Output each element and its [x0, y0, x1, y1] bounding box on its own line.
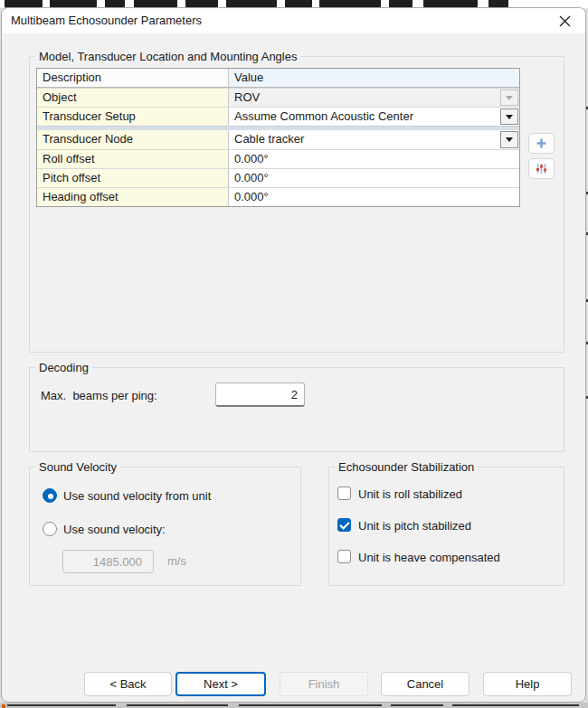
radio-use-sound-velocity[interactable] — [43, 522, 57, 536]
group-title: Echosounder Stabilization — [335, 460, 478, 474]
table-row-transducer-node[interactable]: Transducer Node Cable tracker — [37, 130, 519, 149]
sliders-icon — [535, 162, 548, 175]
checkbox-label[interactable]: Unit is heave compensated — [358, 551, 500, 564]
max-beams-label: Max. beams per ping: — [41, 389, 157, 402]
checkbox-roll-stabilized[interactable] — [337, 486, 351, 500]
group-title: Sound Velocity — [35, 460, 120, 474]
table-row-heading-offset[interactable]: Heading offset 0.000° — [37, 187, 519, 206]
param-value[interactable]: ROV — [229, 89, 519, 107]
param-value[interactable]: 0.000° — [229, 188, 519, 206]
dropdown-button-disabled — [500, 90, 518, 106]
add-node-button[interactable] — [528, 133, 555, 154]
checkbox-label[interactable]: Unit is roll stabilized — [358, 487, 462, 501]
parameter-table: Description Value Object ROV Transducer … — [36, 68, 520, 207]
chevron-down-icon — [506, 137, 513, 142]
back-button[interactable]: < Back — [84, 672, 172, 696]
chevron-down-icon — [506, 115, 513, 119]
dialog-title: Multibeam Echosounder Parameters — [11, 8, 202, 33]
checkbox-label[interactable]: Unit is pitch stabilized — [358, 519, 471, 533]
param-value-text: 0.000° — [234, 152, 269, 165]
param-value[interactable]: Cable tracker — [229, 130, 519, 149]
occluded-window-bottom — [0, 703, 588, 708]
table-header-row: Description Value — [37, 69, 519, 88]
dropdown-button[interactable] — [500, 109, 518, 125]
help-button[interactable]: Help — [483, 672, 572, 696]
param-value-text: 0.000° — [234, 171, 269, 184]
radio-sound-velocity-from-unit[interactable] — [43, 488, 57, 503]
param-name: Object — [37, 89, 229, 107]
multibeam-parameters-dialog: Multibeam Echosounder Parameters Model, … — [1, 7, 586, 703]
table-row-object[interactable]: Object ROV — [37, 88, 519, 107]
param-value[interactable]: 0.000° — [229, 169, 519, 187]
table-row-roll-offset[interactable]: Roll offset 0.000° — [37, 149, 519, 168]
title-bar: Multibeam Echosounder Parameters — [2, 8, 585, 33]
param-value-text: 0.000° — [234, 190, 269, 203]
sound-velocity-input — [62, 550, 154, 573]
table-row-pitch-offset[interactable]: Pitch offset 0.000° — [37, 168, 519, 187]
cancel-button[interactable]: Cancel — [381, 672, 469, 696]
param-name: Transducer Setup — [37, 108, 229, 126]
screen: Multibeam Echosounder Parameters Model, … — [0, 0, 588, 708]
param-value-text: Assume Common Acoustic Center — [234, 109, 413, 123]
group-title: Decoding — [35, 361, 92, 374]
param-value[interactable]: Assume Common Acoustic Center — [229, 108, 519, 126]
table-row-transducer-setup[interactable]: Transducer Setup Assume Common Acoustic … — [37, 107, 519, 126]
dropdown-button[interactable] — [500, 131, 518, 148]
max-beams-input[interactable] — [215, 382, 305, 407]
checkbox-pitch-stabilized[interactable] — [337, 518, 351, 532]
add-icon — [536, 137, 547, 149]
finish-button: Finish — [280, 672, 368, 696]
checkbox-heave-compensated[interactable] — [337, 550, 351, 563]
radio-label[interactable]: Use sound velocity: — [63, 523, 166, 536]
close-icon — [559, 15, 571, 27]
group-title: Model, Transducer Location and Mounting … — [35, 50, 300, 63]
column-header-value[interactable]: Value — [229, 69, 519, 87]
param-name: Roll offset — [37, 150, 229, 168]
radio-label[interactable]: Use sound velocity from unit — [63, 489, 211, 503]
param-value[interactable]: 0.000° — [229, 150, 519, 168]
node-settings-button[interactable] — [528, 158, 555, 179]
param-value-text: Cable tracker — [234, 132, 304, 146]
column-header-description[interactable]: Description — [37, 69, 229, 87]
close-button[interactable] — [549, 8, 580, 33]
param-name: Heading offset — [37, 188, 229, 206]
decoding-group: Decoding — [29, 367, 564, 452]
velocity-unit-label: m/s — [167, 554, 186, 568]
param-name: Transducer Node — [37, 130, 229, 149]
param-value-text: ROV — [234, 90, 260, 104]
param-name: Pitch offset — [37, 169, 229, 187]
chevron-down-icon — [506, 96, 513, 100]
next-button[interactable]: Next > — [175, 672, 266, 696]
